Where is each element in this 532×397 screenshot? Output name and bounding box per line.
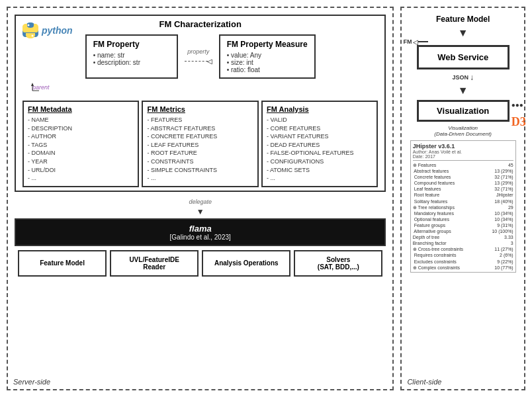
fm-property-name: • name: str — [93, 52, 170, 59]
vis-area: Visualization ●●●D3 — [417, 98, 510, 124]
fm-metadata-desc: - DESCRIPTION — [28, 124, 134, 133]
property-label: property — [187, 48, 209, 55]
fm-metadata-title: FM Metadata — [28, 105, 134, 113]
component-analysis-ops: Analysis Operations — [202, 250, 290, 277]
fm-analysis-false-optional: - FALSE-OPTIONAL FEATURES — [267, 149, 373, 157]
server-side-label: Server-side — [13, 378, 50, 386]
parent-area: parent — [26, 84, 375, 97]
delegate-arrow — [15, 207, 386, 216]
fm-analysis-title: FM Analysis — [267, 105, 373, 113]
fm-metrics-simple: - SIMPLE CONSTRAINTS — [147, 166, 253, 175]
arrow-to-vis: ▼ — [458, 85, 468, 97]
json-label1: JSON — [452, 74, 468, 81]
web-service-box: Web Service — [417, 45, 510, 69]
flama-box: flama [Galindo et al., 2023] — [15, 218, 386, 246]
fm-analysis-valid: - VALID — [267, 116, 373, 124]
json-label-area: JSON ↓ — [452, 73, 474, 82]
fm-metrics-constraints: - CONSTRAINTS — [147, 157, 253, 166]
svg-marker-4 — [31, 83, 34, 86]
flama-title: flama — [20, 224, 380, 234]
arrow-to-webservice: ▼ — [458, 27, 468, 39]
delegate-label: delegate — [15, 198, 386, 205]
client-side-panel: Feature Model ▼ FM ◁ Web Service JSON ↓ … — [400, 7, 525, 390]
upper-row: FM Property • name: str • description: s… — [22, 34, 378, 79]
flama-section: delegate flama [Galindo et al., 2023] Fe… — [15, 198, 386, 277]
fm-metadata-year: - YEAR — [28, 157, 134, 166]
vis-sub-label: Visualization(Data-Driven Document) — [434, 125, 492, 137]
property-connector: property ◁ — [185, 34, 212, 79]
jhipster-content: ⊕ Features45 Abstract features13 (29%) C… — [413, 162, 513, 273]
fm-metadata-box: FM Metadata - NAME - DESCRIPTION - AUTHO… — [22, 101, 139, 187]
component-feature-model: Feature Model — [18, 250, 107, 277]
fm-char-title: FM Characterization — [19, 19, 381, 29]
fm-label: FM — [402, 38, 413, 45]
visualization-box: Visualization — [417, 100, 510, 122]
feature-model-label: Feature Model — [436, 15, 490, 24]
server-side-panel: python FM Characterization FM Property •… — [7, 7, 394, 390]
fm-metrics-title: FM Metrics — [147, 105, 253, 113]
components-row: Feature Model UVL/FeatureIDEReader Analy… — [18, 250, 382, 277]
jhipster-divider — [413, 160, 513, 161]
fm-metrics-leaf: - LEAF FEATURES — [147, 141, 253, 150]
fm-metadata-more: - ... — [28, 174, 134, 183]
fm-metadata-tags: - TAGS — [28, 141, 134, 150]
fm-analysis-dead: - DEAD FEATURES — [267, 141, 373, 150]
fm-metadata-author: - AUTHOR — [28, 132, 134, 141]
fm-metrics-root: - ROOT FEATURE — [147, 149, 253, 157]
jhipster-box: JHipster v3.6.1 Author: Anas Voilé et al… — [410, 140, 516, 273]
fm-metrics-box: FM Metrics - FEATURES - ABSTRACT FEATURE… — [142, 101, 258, 187]
flama-subtitle: [Galindo et al., 2023] — [20, 234, 380, 241]
fm-metrics-abstract: - ABSTRACT FEATURES — [147, 124, 253, 133]
fm-metrics-features: - FEATURES — [147, 116, 253, 124]
svg-point-0 — [28, 24, 30, 26]
fm-property-measure-title: FM Property Measure — [227, 40, 308, 49]
fm-property-title: FM Property — [93, 40, 170, 49]
jhipster-author: Author: Anas Voilé et al. — [413, 150, 513, 154]
jhipster-title: JHipster v3.6.1 — [413, 143, 513, 150]
client-side-label: Client-side — [407, 378, 441, 386]
fm-measure-size: • size: int — [227, 59, 308, 66]
fm-metadata-domain: - DOMAIN — [28, 149, 134, 157]
fm-property-desc: • description: str — [93, 59, 170, 66]
fm-property-measure-box: FM Property Measure • value: Any • size:… — [219, 34, 316, 79]
fm-analysis-core: - CORE FEATURES — [267, 124, 373, 133]
fm-analysis-more: - ... — [267, 174, 373, 183]
fm-analysis-configs: - CONFIGURATIONS — [267, 157, 373, 166]
metrics-row: FM Metadata - NAME - DESCRIPTION - AUTHO… — [22, 101, 378, 187]
fm-measure-value: • value: Any — [227, 52, 308, 59]
fm-analysis-variant: - VARIANT FEATURES — [267, 132, 373, 141]
fm-property-box: FM Property • name: str • description: s… — [85, 34, 178, 79]
component-solvers: Solvers(SAT, BDD,...) — [294, 250, 382, 277]
fm-analysis-atomic: - ATOMIC SETS — [267, 166, 373, 175]
d3-badge: ●●●D3 — [511, 101, 526, 129]
parent-line — [29, 81, 95, 94]
fm-metrics-concrete: - CONCRETE FEATURES — [147, 132, 253, 141]
fm-measure-ratio: • ratio: float — [227, 66, 308, 73]
fm-analysis-box: FM Analysis - VALID - CORE FEATURES - VA… — [261, 101, 378, 187]
fm-metrics-more: - ... — [147, 174, 253, 183]
jhipster-year: Date: 2017 — [413, 154, 513, 159]
fm-metadata-name: - NAME — [28, 116, 134, 124]
fm-metadata-url: - URL/DOI — [28, 166, 134, 175]
web-service-label: Web Service — [437, 52, 488, 62]
visualization-label: Visualization — [437, 106, 489, 116]
component-uvl-reader: UVL/FeatureIDEReader — [110, 250, 199, 277]
fm-characterization-box: python FM Characterization FM Property •… — [15, 15, 386, 192]
